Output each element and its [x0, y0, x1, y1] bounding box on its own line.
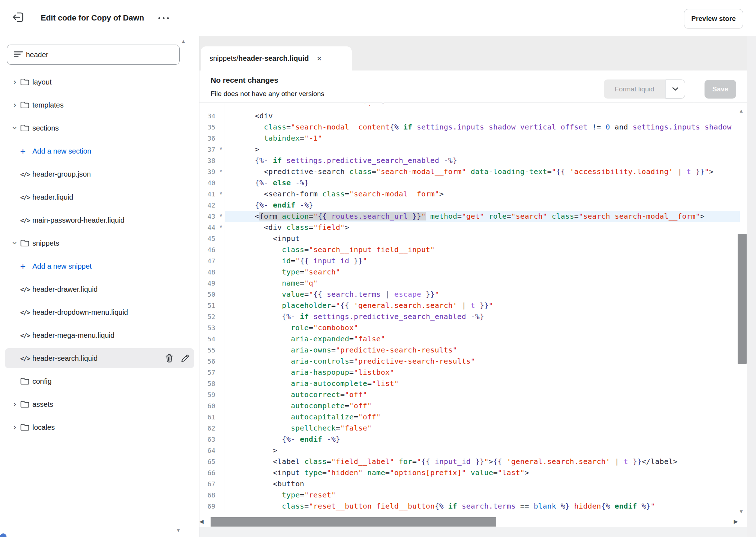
sidebar-folder-locales[interactable]: ›locales [5, 417, 194, 437]
sidebar-folder-assets[interactable]: ›assets [5, 394, 194, 414]
code-text[interactable]: class="search-modal__content{% if settin… [225, 122, 740, 133]
sidebar-file-main-password-header.liquid[interactable]: </>main-password-header.liquid [5, 210, 194, 230]
code-line-54[interactable]: 54 aria-expanded="false" [199, 333, 740, 345]
code-text[interactable]: role="combobox" [225, 322, 740, 333]
code-editor[interactable]: ', "34 <div35 class="search-modal__conte… [199, 103, 740, 512]
code-text[interactable]: aria-owns="predictive-search-results" [225, 345, 740, 356]
code-line-39[interactable]: 39∨ <predictive-search class="search-mod… [199, 166, 740, 177]
editor-scroll-left-icon[interactable]: ◀ [199, 518, 204, 525]
format-liquid-button[interactable]: Format liquid [604, 79, 685, 99]
code-text[interactable]: {%- if settings.predictive_search_enable… [225, 311, 740, 322]
code-line-63[interactable]: 63 {%- endif -%} [199, 434, 740, 445]
code-text[interactable]: tabindex="-1" [225, 133, 740, 144]
sidebar-folder-sections[interactable]: ›sections [5, 118, 194, 138]
chevron-right-icon[interactable]: › [9, 78, 20, 86]
sidebar-folder-snippets[interactable]: ›snippets [5, 233, 194, 253]
fold-chevron-icon[interactable]: ∨ [219, 191, 222, 195]
code-text[interactable]: class="search__input field__input" [225, 244, 740, 255]
editor-scroll-up-icon[interactable]: ▲ [739, 108, 744, 114]
file-search-input[interactable] [25, 50, 179, 59]
horizontal-scrollbar-thumb[interactable] [211, 517, 496, 527]
code-line-56[interactable]: 56 aria-controls="predictive-search-resu… [199, 356, 740, 367]
code-line-43[interactable]: 43∨ <form action="{{ routes.search_url }… [199, 211, 740, 222]
code-text[interactable]: <search-form class="search-modal__form"> [225, 188, 740, 200]
overflow-menu-button[interactable] [158, 11, 174, 25]
code-text[interactable]: {%- endif -%} [225, 200, 740, 211]
code-line-46[interactable]: 46 class="search__input field__input" [199, 244, 740, 255]
code-line-57[interactable]: 57 aria-haspopup="listbox" [199, 367, 740, 378]
code-line-38[interactable]: 38 {%- if settings.predictive_search_ena… [199, 155, 740, 166]
code-line-41[interactable]: 41∨ <search-form class="search-modal__fo… [199, 188, 740, 200]
code-text[interactable]: aria-autocomplete="list" [225, 378, 740, 389]
code-text[interactable]: value="{{ search.terms | escape }}" [225, 289, 740, 300]
sidebar-file-header-search.liquid[interactable]: </>header-search.liquid [5, 348, 194, 368]
code-line-55[interactable]: 55 aria-owns="predictive-search-results" [199, 345, 740, 356]
code-text[interactable]: > [225, 445, 740, 456]
code-line-47[interactable]: 47 id="{{ input_id }}" [199, 255, 740, 267]
code-text[interactable]: spellcheck="false" [225, 423, 740, 434]
code-line-68[interactable]: 68 type="reset" [199, 490, 740, 501]
chevron-right-icon[interactable]: › [9, 400, 20, 409]
code-line-66[interactable]: 66 <input type="hidden" name="options[pr… [199, 467, 740, 478]
editor-scroll-down-icon[interactable]: ▼ [739, 509, 744, 514]
code-text[interactable]: type="reset" [225, 490, 740, 501]
code-line-53[interactable]: 53 role="combobox" [199, 322, 740, 333]
pencil-icon[interactable] [180, 354, 190, 363]
code-text[interactable]: id="{{ input_id }}" [225, 255, 740, 267]
save-button[interactable]: Save [705, 80, 736, 99]
fold-chevron-icon[interactable]: ∨ [219, 224, 222, 229]
code-line-48[interactable]: 48 type="search" [199, 267, 740, 278]
code-text[interactable]: autocomplete="off" [225, 400, 740, 411]
code-line-58[interactable]: 58 aria-autocomplete="list" [199, 378, 740, 389]
code-text[interactable]: <predictive-search class="search-modal__… [225, 166, 740, 177]
sidebar-scroll-down-icon[interactable]: ▼ [176, 528, 181, 533]
code-text[interactable]: type="search" [225, 267, 740, 278]
code-line-34[interactable]: 34 <div [199, 110, 740, 122]
code-line-36[interactable]: 36 tabindex="-1" [199, 133, 740, 144]
exit-button[interactable] [11, 10, 27, 26]
code-line-49[interactable]: 49 name="q" [199, 278, 740, 289]
sidebar-action-add-a-new-section[interactable]: +Add a new section [5, 141, 194, 161]
chevron-down-icon[interactable]: › [10, 123, 19, 133]
code-text[interactable]: placeholder="{{ 'general.search.search' … [225, 300, 740, 311]
code-line-61[interactable]: 61 autocapitalize="off" [199, 411, 740, 423]
code-line-37[interactable]: 37∨ > [199, 144, 740, 155]
preview-store-button[interactable]: Preview store [684, 9, 743, 28]
code-text[interactable]: autocorrect="off" [225, 389, 740, 400]
editor-scroll-right-icon[interactable]: ▶ [734, 518, 738, 525]
chevron-right-icon[interactable]: › [9, 101, 20, 109]
fold-chevron-icon[interactable]: ∨ [219, 213, 222, 218]
sidebar-file-header-mega-menu.liquid[interactable]: </>header-mega-menu.liquid [5, 325, 194, 345]
code-text[interactable]: name="q" [225, 278, 740, 289]
fold-chevron-icon[interactable]: ∨ [219, 169, 222, 173]
code-line-51[interactable]: 51 placeholder="{{ 'general.search.searc… [199, 300, 740, 311]
format-liquid-dropdown[interactable] [665, 79, 685, 99]
sidebar-action-add-a-new-snippet[interactable]: +Add a new snippet [5, 256, 194, 276]
sidebar-folder-config[interactable]: config [5, 371, 194, 391]
code-text[interactable]: <label class="field__label" for="{{ inpu… [225, 456, 740, 467]
sidebar-folder-templates[interactable]: ›templates [5, 95, 194, 115]
vertical-scrollbar-thumb[interactable] [738, 234, 747, 364]
chevron-right-icon[interactable]: › [9, 423, 20, 432]
code-text[interactable]: autocapitalize="off" [225, 411, 740, 423]
code-text[interactable]: {%- else -%} [225, 177, 740, 188]
sidebar-file-header-group.json[interactable]: </>header-group.json [5, 164, 194, 184]
sidebar-folder-layout[interactable]: ›layout [5, 72, 194, 92]
code-line-69[interactable]: 69 class="reset__button field__button{% … [199, 501, 740, 512]
code-text[interactable]: {%- if settings.predictive_search_enable… [225, 155, 740, 166]
code-line-62[interactable]: 62 spellcheck="false" [199, 423, 740, 434]
code-line-50[interactable]: 50 value="{{ search.terms | escape }}" [199, 289, 740, 300]
code-text[interactable]: class="reset__button field__button{% if … [225, 501, 740, 512]
sidebar-file-header-drawer.liquid[interactable]: </>header-drawer.liquid [5, 279, 194, 299]
code-line-67[interactable]: 67 <button [199, 478, 740, 490]
code-text[interactable]: <input [225, 233, 740, 244]
code-line-64[interactable]: 64 > [199, 445, 740, 456]
code-line-52[interactable]: 52 {%- if settings.predictive_search_ena… [199, 311, 740, 322]
close-icon[interactable]: ✕ [317, 55, 322, 62]
code-line-65[interactable]: 65 <label class="field__label" for="{{ i… [199, 456, 740, 467]
sidebar-scroll-up-icon[interactable]: ▲ [181, 39, 186, 44]
code-text[interactable]: <form action="{{ routes.search_url }}" m… [225, 211, 740, 222]
code-line-42[interactable]: 42 {%- endif -%} [199, 200, 740, 211]
sidebar-file-header-dropdown-menu.liquid[interactable]: </>header-dropdown-menu.liquid [5, 302, 194, 322]
sidebar-file-header.liquid[interactable]: </>header.liquid [5, 187, 194, 207]
